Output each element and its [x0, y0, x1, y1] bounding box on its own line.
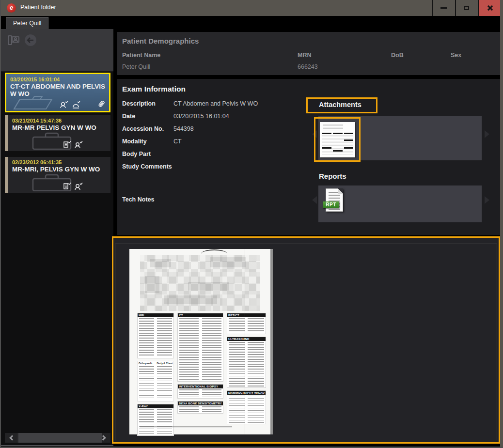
- form-section-petct: PET/CT: [227, 313, 266, 334]
- field-label: Study Comments: [122, 163, 173, 185]
- exam-information-panel: Exam Information DescriptionCT Abdomen a…: [117, 79, 500, 235]
- header-patient-name: Patient Name: [122, 52, 160, 59]
- section-body: [179, 406, 221, 412]
- field-value: CT: [173, 138, 306, 151]
- field-value: CT Abdomen and Pelvis W WO: [173, 100, 306, 113]
- section-body: [179, 389, 221, 397]
- timeline-scrollbar[interactable]: [5, 433, 110, 443]
- exam-row: Accession No.544398: [122, 125, 306, 138]
- form-section-orthopaedic: Orthopaedic Body & Chest: [137, 361, 174, 402]
- rpt-badge: RPT: [323, 201, 339, 208]
- scrollbar-track[interactable]: [17, 433, 98, 443]
- approved-person-icon: [60, 100, 69, 108]
- study-timeline-sidebar: 03/20/2015 16:01:04 CT-CT ABDOMEN AND PE…: [1, 29, 113, 446]
- minimize-button[interactable]: [432, 0, 454, 16]
- section-header: INTERVENTIONAL BIOPSY: [178, 385, 223, 388]
- approved-person-icon: [74, 140, 83, 149]
- field-label: Modality: [122, 138, 173, 151]
- tab-patient[interactable]: Peter Quill: [6, 17, 48, 29]
- thumb-bar: [344, 139, 353, 141]
- thumb-bar: [344, 147, 353, 149]
- study-title: MR-MRI, PELVIS GYN W WO: [12, 166, 108, 173]
- scroll-left-button[interactable]: [5, 433, 17, 443]
- section-header: MRI: [138, 313, 173, 317]
- report-check-icon: [63, 140, 71, 149]
- header-dob: DoB: [391, 52, 404, 59]
- reports-title: Reports: [319, 172, 346, 180]
- form-section-mammography: MAMMOGRAPHY W/CAD: [227, 390, 266, 424]
- study-title: MR-MR PELVIS GYN W WO: [12, 124, 108, 131]
- study-date: 03/21/2014 15:47:36: [12, 118, 110, 124]
- app-logo-icon: e: [7, 3, 16, 13]
- section-body: [139, 366, 172, 400]
- attachments-title: Attachments: [319, 101, 362, 108]
- report-item[interactable]: RPT: [323, 188, 345, 215]
- thumb-bar: [333, 133, 343, 134]
- patient-folder-window: e Patient folder Peter Quill: [0, 0, 503, 448]
- window-right-border: [500, 0, 503, 447]
- report-check-icon: [63, 182, 71, 190]
- study-date: 03/20/2015 16:01:04: [10, 77, 109, 82]
- section-body: [179, 318, 221, 380]
- study-item-ct-abdomen[interactable]: 03/20/2015 16:01:04 CT-CT ABDOMEN AND PE…: [5, 73, 110, 112]
- exam-fields: DescriptionCT Abdomen and Pelvis W WO Da…: [122, 100, 306, 209]
- field-value: 03/20/2015 16:01:04: [173, 113, 306, 125]
- form-section-dexa: DEXA BONE DENSITOMETRY: [177, 401, 223, 414]
- field-value: 544398: [173, 125, 306, 138]
- scrollbar-thumb[interactable]: [18, 433, 102, 443]
- study-date: 02/23/2012 06:41:35: [12, 159, 110, 165]
- attachment-preview-panel: MRI Orthopaedic Body & Chest X-RAY: [112, 236, 500, 444]
- form-section-mri: MRI: [137, 313, 174, 358]
- exam-row: Study Comments: [122, 163, 306, 185]
- study-item-mr-pelvis-2014[interactable]: 03/21/2014 15:47:36 MR-MR PELVIS GYN W W…: [5, 115, 110, 151]
- section-body: [229, 342, 264, 386]
- exam-row: ModalityCT: [122, 138, 306, 151]
- exam-row: Body Part: [122, 151, 306, 163]
- subsection-label: Orthopaedic: [139, 362, 153, 365]
- form-section-ultrasound: ULTRASOUND: [227, 337, 266, 388]
- redacted-patient-info: [140, 255, 260, 311]
- section-header: PET/CT: [227, 313, 266, 317]
- field-value: [173, 151, 306, 163]
- exam-row: DescriptionCT Abdomen and Pelvis W WO: [122, 100, 306, 113]
- window-title: Patient folder: [20, 4, 56, 11]
- preview-viewport[interactable]: MRI Orthopaedic Body & Chest X-RAY: [115, 244, 497, 440]
- form-footnote: [140, 426, 232, 429]
- section-body: [139, 409, 172, 434]
- patient-demographics-panel: Patient Demographics Patient Name MRN Do…: [117, 32, 500, 75]
- exam-row: Date03/20/2015 16:01:04: [122, 113, 306, 125]
- maximize-button[interactable]: [455, 0, 477, 16]
- chevron-left-icon: [9, 435, 15, 440]
- paperclip-icon: [95, 98, 107, 110]
- section-body: [229, 396, 264, 423]
- field-label: Tech Notes: [122, 196, 173, 209]
- section-body: [229, 318, 264, 333]
- form-section-xray: X-RAY: [137, 404, 174, 436]
- exam-info-title: Exam Information: [122, 85, 186, 93]
- field-label: Accession No.: [122, 125, 173, 138]
- back-button[interactable]: [24, 33, 37, 47]
- section-body: [139, 318, 172, 357]
- attachment-thumbnail[interactable]: [320, 122, 355, 157]
- field-label: Date: [122, 113, 173, 125]
- field-label: Description: [122, 100, 173, 113]
- subsection-label: Body & Chest: [157, 362, 173, 365]
- value-patient-name: Peter Quill: [122, 63, 150, 70]
- exam-row: Tech Notes: [122, 196, 306, 209]
- field-value: [173, 196, 306, 209]
- form-section-ct: CT: [177, 313, 223, 382]
- form-columns: MRI Orthopaedic Body & Chest X-RAY: [137, 313, 266, 427]
- close-button[interactable]: [478, 0, 500, 16]
- reports-prev-icon[interactable]: [312, 196, 317, 204]
- section-header: ULTRASOUND: [227, 337, 266, 341]
- demographics-title: Patient Demographics: [122, 37, 199, 45]
- patient-record-icon[interactable]: [7, 33, 20, 47]
- verified-person-icon: [72, 100, 81, 108]
- thumb-bar: [333, 150, 343, 152]
- reports-next-icon[interactable]: [485, 196, 489, 204]
- thumb-text: [323, 124, 343, 131]
- header-mrn: MRN: [298, 52, 311, 59]
- section-header: DEXA BONE DENSITOMETRY: [178, 402, 223, 405]
- study-item-mri-pelvis-2012[interactable]: 02/23/2012 06:41:35 MR-MRI, PELVIS GYN W…: [5, 157, 110, 193]
- attachments-next-icon[interactable]: [485, 130, 489, 138]
